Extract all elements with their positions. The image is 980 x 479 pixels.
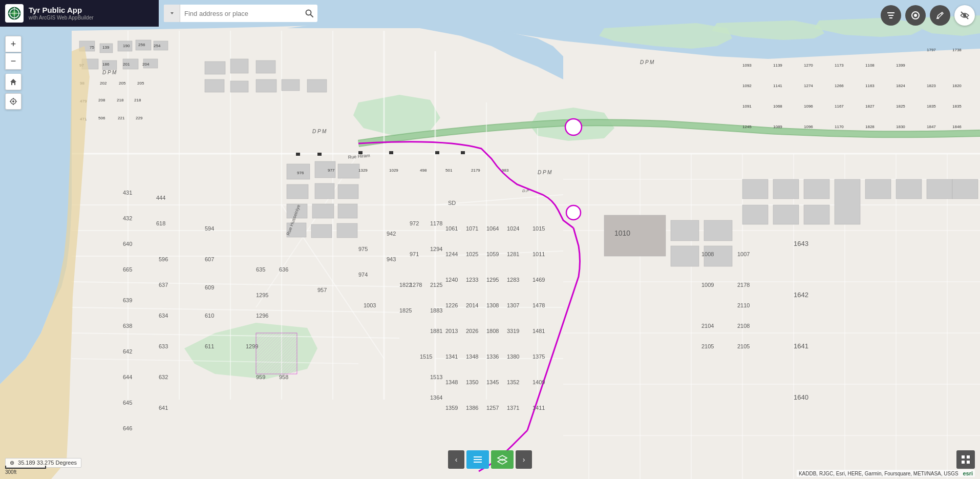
svg-text:974: 974	[358, 272, 368, 278]
svg-text:1163: 1163	[865, 84, 875, 88]
home-button[interactable]	[5, 74, 22, 90]
svg-text:2013: 2013	[445, 328, 458, 334]
svg-text:208: 208	[98, 98, 105, 102]
grid-button[interactable]	[956, 450, 975, 469]
svg-rect-69	[287, 184, 308, 199]
svg-rect-61	[205, 79, 224, 92]
svg-marker-302	[498, 459, 507, 464]
svg-text:1245: 1245	[742, 124, 752, 129]
svg-text:1835: 1835	[952, 104, 962, 109]
svg-rect-274	[256, 333, 297, 374]
attribution: KADDB, RJGC, Esri, HERE, Garmin, Foursqu…	[797, 470, 975, 477]
svg-text:205: 205	[119, 81, 126, 86]
svg-text:256: 256	[138, 43, 145, 47]
svg-text:501: 501	[445, 168, 453, 173]
svg-text:641: 641	[159, 405, 168, 411]
svg-text:1380: 1380	[507, 353, 519, 360]
zoom-out-button[interactable]: −	[5, 53, 22, 70]
nav-layer-button[interactable]	[491, 450, 514, 469]
svg-text:506: 506	[98, 116, 105, 120]
svg-text:1296: 1296	[256, 313, 268, 319]
top-right-tools	[881, 5, 975, 26]
svg-text:1341: 1341	[445, 353, 458, 360]
hide-button[interactable]	[954, 5, 975, 26]
svg-text:D P M: D P M	[102, 70, 117, 75]
svg-text:1170: 1170	[835, 124, 844, 129]
svg-rect-266	[296, 153, 300, 156]
svg-rect-74	[338, 204, 357, 218]
edit-button[interactable]	[930, 5, 950, 26]
svg-text:1352: 1352	[507, 379, 519, 385]
svg-rect-77	[337, 223, 357, 238]
nav-next-button[interactable]: ›	[516, 450, 532, 469]
app-subtitle: with ArcGIS Web AppBuilder	[29, 15, 94, 21]
svg-text:1266: 1266	[835, 84, 844, 88]
svg-rect-305	[962, 461, 965, 464]
nav-list-button[interactable]	[466, 450, 489, 469]
svg-text:977: 977	[328, 168, 335, 173]
search-button[interactable]	[301, 5, 317, 22]
svg-rect-65	[307, 79, 327, 92]
svg-text:1513: 1513	[430, 374, 442, 380]
svg-rect-306	[967, 461, 970, 464]
svg-text:1295: 1295	[486, 277, 499, 283]
svg-text:1274: 1274	[804, 84, 813, 88]
svg-text:2104: 2104	[701, 323, 714, 329]
svg-text:611: 611	[205, 343, 214, 349]
svg-text:1089: 1089	[773, 124, 782, 129]
svg-text:1348: 1348	[445, 379, 458, 385]
svg-text:2014: 2014	[466, 302, 478, 308]
svg-rect-73	[312, 204, 334, 218]
svg-rect-93	[952, 179, 978, 199]
svg-text:1846: 1846	[952, 124, 962, 129]
svg-text:1178: 1178	[430, 220, 442, 226]
svg-text:635: 635	[256, 266, 265, 273]
svg-rect-68	[338, 164, 359, 178]
draw-button[interactable]	[905, 5, 926, 26]
svg-text:1375: 1375	[532, 353, 545, 360]
svg-rect-71	[338, 184, 358, 199]
svg-line-291	[961, 12, 968, 19]
svg-text:1029: 1029	[389, 168, 398, 173]
svg-text:1064: 1064	[486, 225, 499, 232]
svg-marker-301	[498, 455, 507, 461]
svg-text:229: 229	[136, 116, 143, 120]
locate-button[interactable]	[5, 93, 22, 110]
svg-rect-303	[962, 455, 965, 459]
svg-text:1515: 1515	[420, 353, 432, 360]
svg-text:596: 596	[159, 256, 168, 262]
svg-text:1336: 1336	[486, 353, 499, 360]
search-input[interactable]	[180, 10, 301, 17]
svg-text:1348: 1348	[466, 353, 478, 360]
scale-ruler	[5, 466, 46, 469]
svg-text:665: 665	[123, 266, 132, 273]
svg-text:1173: 1173	[835, 63, 844, 68]
svg-text:1411: 1411	[532, 405, 545, 411]
svg-text:2179: 2179	[471, 168, 480, 173]
svg-rect-78	[604, 215, 666, 256]
zoom-in-button[interactable]: +	[5, 36, 22, 52]
svg-text:1096: 1096	[804, 104, 813, 109]
filter-button[interactable]	[881, 5, 901, 26]
svg-text:1827: 1827	[865, 104, 875, 109]
svg-rect-267	[317, 153, 322, 156]
map-container[interactable]: 75 139 190 256 254 97 186 201 204 98 202…	[0, 0, 980, 479]
svg-text:1359: 1359	[445, 405, 458, 411]
svg-text:1825: 1825	[896, 104, 905, 109]
svg-text:2125: 2125	[430, 282, 442, 288]
svg-text:1828: 1828	[865, 124, 875, 129]
svg-text:1386: 1386	[466, 405, 478, 411]
svg-text:1399: 1399	[896, 63, 905, 68]
svg-text:1830: 1830	[896, 124, 905, 129]
scale-line: 300ft	[5, 466, 46, 475]
svg-point-293	[12, 100, 14, 102]
nav-prev-button[interactable]: ‹	[448, 450, 464, 469]
svg-text:972: 972	[410, 220, 419, 226]
svg-text:957: 957	[317, 287, 327, 293]
search-dropdown-button[interactable]	[164, 5, 180, 22]
svg-text:958: 958	[279, 374, 288, 380]
svg-text:SD: SD	[448, 200, 456, 206]
svg-text:432: 432	[123, 215, 132, 221]
svg-text:1233: 1233	[466, 277, 478, 283]
svg-text:1345: 1345	[486, 379, 499, 385]
